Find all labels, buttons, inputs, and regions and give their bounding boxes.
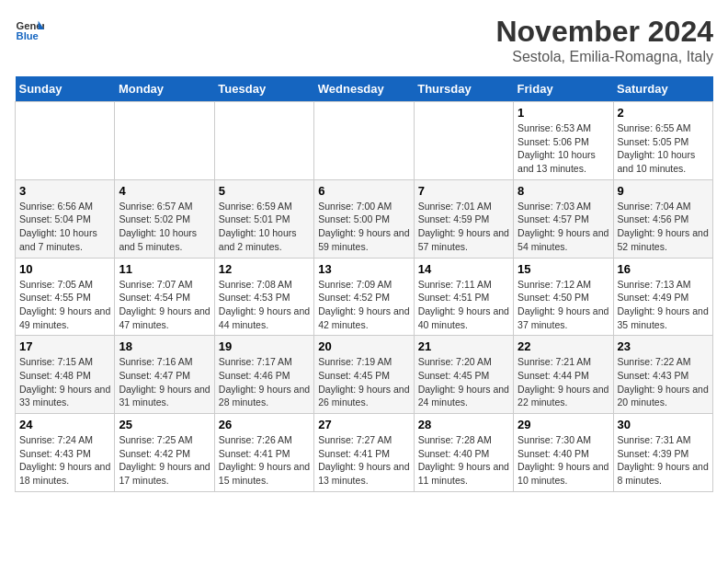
month-title: November 2024 <box>495 15 713 49</box>
day-info: Sunrise: 7:11 AM Sunset: 4:51 PM Dayligh… <box>418 278 509 332</box>
day-number: 6 <box>318 184 409 198</box>
day-info: Sunrise: 7:08 AM Sunset: 4:53 PM Dayligh… <box>219 278 310 332</box>
day-info: Sunrise: 7:12 AM Sunset: 4:50 PM Dayligh… <box>518 278 609 332</box>
day-info: Sunrise: 7:21 AM Sunset: 4:44 PM Dayligh… <box>518 355 609 409</box>
calendar-week-row: 10Sunrise: 7:05 AM Sunset: 4:55 PM Dayli… <box>16 258 713 336</box>
weekday-header: Friday <box>514 76 613 102</box>
day-info: Sunrise: 6:56 AM Sunset: 5:04 PM Dayligh… <box>19 200 110 254</box>
day-number: 1 <box>518 106 609 120</box>
day-number: 4 <box>119 184 210 198</box>
day-number: 21 <box>418 339 509 353</box>
day-info: Sunrise: 7:05 AM Sunset: 4:55 PM Dayligh… <box>19 278 110 332</box>
day-info: Sunrise: 7:24 AM Sunset: 4:43 PM Dayligh… <box>19 433 110 488</box>
weekday-header: Wednesday <box>314 76 414 102</box>
day-number: 11 <box>119 262 210 276</box>
day-number: 25 <box>119 418 210 431</box>
calendar-cell: 4Sunrise: 6:57 AM Sunset: 5:02 PM Daylig… <box>115 179 214 258</box>
day-info: Sunrise: 7:01 AM Sunset: 4:59 PM Dayligh… <box>418 200 509 254</box>
day-info: Sunrise: 7:20 AM Sunset: 4:45 PM Dayligh… <box>418 355 509 409</box>
calendar-cell: 24Sunrise: 7:24 AM Sunset: 4:43 PM Dayli… <box>16 414 115 492</box>
day-number: 22 <box>518 339 609 353</box>
day-number: 14 <box>418 262 509 276</box>
day-info: Sunrise: 7:22 AM Sunset: 4:43 PM Dayligh… <box>618 355 709 409</box>
calendar-cell: 17Sunrise: 7:15 AM Sunset: 4:48 PM Dayli… <box>16 336 115 414</box>
weekday-header: Thursday <box>414 76 513 102</box>
day-number: 7 <box>418 184 509 198</box>
day-info: Sunrise: 6:53 AM Sunset: 5:06 PM Dayligh… <box>518 121 609 176</box>
calendar-cell: 9Sunrise: 7:04 AM Sunset: 4:56 PM Daylig… <box>613 179 712 258</box>
day-info: Sunrise: 7:09 AM Sunset: 4:52 PM Dayligh… <box>318 278 409 332</box>
day-info: Sunrise: 7:13 AM Sunset: 4:49 PM Dayligh… <box>618 278 709 332</box>
calendar-cell: 12Sunrise: 7:08 AM Sunset: 4:53 PM Dayli… <box>214 258 313 336</box>
day-number: 13 <box>318 262 409 276</box>
day-info: Sunrise: 7:25 AM Sunset: 4:42 PM Dayligh… <box>119 433 210 488</box>
day-number: 8 <box>518 184 609 198</box>
calendar-cell: 28Sunrise: 7:28 AM Sunset: 4:40 PM Dayli… <box>414 414 513 492</box>
day-number: 3 <box>19 184 110 198</box>
day-number: 30 <box>618 418 709 431</box>
day-info: Sunrise: 6:57 AM Sunset: 5:02 PM Dayligh… <box>119 200 210 254</box>
calendar-cell <box>414 102 513 180</box>
calendar-cell: 23Sunrise: 7:22 AM Sunset: 4:43 PM Dayli… <box>613 336 712 414</box>
calendar-cell: 15Sunrise: 7:12 AM Sunset: 4:50 PM Dayli… <box>514 258 613 336</box>
day-info: Sunrise: 6:55 AM Sunset: 5:05 PM Dayligh… <box>618 121 709 176</box>
day-number: 23 <box>618 339 709 353</box>
page-header: General Blue November 2024 Sestola, Emil… <box>15 15 713 65</box>
weekday-header: Monday <box>115 76 214 102</box>
day-number: 24 <box>19 418 110 431</box>
day-info: Sunrise: 7:17 AM Sunset: 4:46 PM Dayligh… <box>219 355 310 409</box>
calendar-cell: 3Sunrise: 6:56 AM Sunset: 5:04 PM Daylig… <box>16 179 115 258</box>
day-info: Sunrise: 7:19 AM Sunset: 4:45 PM Dayligh… <box>318 355 409 409</box>
calendar-cell: 22Sunrise: 7:21 AM Sunset: 4:44 PM Dayli… <box>514 336 613 414</box>
location-title: Sestola, Emilia-Romagna, Italy <box>495 49 713 65</box>
weekday-header: Saturday <box>613 76 712 102</box>
day-info: Sunrise: 7:27 AM Sunset: 4:41 PM Dayligh… <box>318 433 409 488</box>
calendar-cell: 19Sunrise: 7:17 AM Sunset: 4:46 PM Dayli… <box>214 336 313 414</box>
day-info: Sunrise: 7:03 AM Sunset: 4:57 PM Dayligh… <box>518 200 609 254</box>
title-area: November 2024 Sestola, Emilia-Romagna, I… <box>495 15 713 65</box>
day-info: Sunrise: 7:26 AM Sunset: 4:41 PM Dayligh… <box>219 433 310 488</box>
day-info: Sunrise: 7:30 AM Sunset: 4:40 PM Dayligh… <box>518 433 609 488</box>
calendar-cell: 8Sunrise: 7:03 AM Sunset: 4:57 PM Daylig… <box>514 179 613 258</box>
logo-icon: General Blue <box>15 15 44 44</box>
calendar-cell: 20Sunrise: 7:19 AM Sunset: 4:45 PM Dayli… <box>314 336 414 414</box>
day-number: 17 <box>19 339 110 353</box>
day-info: Sunrise: 7:15 AM Sunset: 4:48 PM Dayligh… <box>19 355 110 409</box>
weekday-header: Sunday <box>16 76 115 102</box>
calendar-cell <box>214 102 313 180</box>
day-number: 26 <box>219 418 310 431</box>
day-number: 15 <box>518 262 609 276</box>
calendar-cell: 2Sunrise: 6:55 AM Sunset: 5:05 PM Daylig… <box>613 102 712 180</box>
day-number: 19 <box>219 339 310 353</box>
calendar-table: SundayMondayTuesdayWednesdayThursdayFrid… <box>15 76 713 492</box>
calendar-cell: 25Sunrise: 7:25 AM Sunset: 4:42 PM Dayli… <box>115 414 214 492</box>
calendar-cell: 7Sunrise: 7:01 AM Sunset: 4:59 PM Daylig… <box>414 179 513 258</box>
calendar-cell: 21Sunrise: 7:20 AM Sunset: 4:45 PM Dayli… <box>414 336 513 414</box>
day-info: Sunrise: 7:16 AM Sunset: 4:47 PM Dayligh… <box>119 355 210 409</box>
weekday-header: Tuesday <box>214 76 313 102</box>
weekday-header-row: SundayMondayTuesdayWednesdayThursdayFrid… <box>16 76 713 102</box>
logo: General Blue <box>15 15 48 44</box>
calendar-cell: 18Sunrise: 7:16 AM Sunset: 4:47 PM Dayli… <box>115 336 214 414</box>
calendar-cell <box>16 102 115 180</box>
day-number: 2 <box>618 106 709 120</box>
calendar-cell: 6Sunrise: 7:00 AM Sunset: 5:00 PM Daylig… <box>314 179 414 258</box>
day-info: Sunrise: 7:31 AM Sunset: 4:39 PM Dayligh… <box>618 433 709 488</box>
day-number: 27 <box>318 418 409 431</box>
calendar-week-row: 3Sunrise: 6:56 AM Sunset: 5:04 PM Daylig… <box>16 179 713 258</box>
day-info: Sunrise: 7:28 AM Sunset: 4:40 PM Dayligh… <box>418 433 509 488</box>
day-number: 20 <box>318 339 409 353</box>
day-info: Sunrise: 7:07 AM Sunset: 4:54 PM Dayligh… <box>119 278 210 332</box>
day-number: 16 <box>618 262 709 276</box>
calendar-cell: 27Sunrise: 7:27 AM Sunset: 4:41 PM Dayli… <box>314 414 414 492</box>
day-number: 29 <box>518 418 609 431</box>
day-info: Sunrise: 7:00 AM Sunset: 5:00 PM Dayligh… <box>318 200 409 254</box>
calendar-week-row: 1Sunrise: 6:53 AM Sunset: 5:06 PM Daylig… <box>16 102 713 180</box>
day-number: 12 <box>219 262 310 276</box>
day-number: 5 <box>219 184 310 198</box>
day-info: Sunrise: 6:59 AM Sunset: 5:01 PM Dayligh… <box>219 200 310 254</box>
calendar-week-row: 17Sunrise: 7:15 AM Sunset: 4:48 PM Dayli… <box>16 336 713 414</box>
calendar-cell: 5Sunrise: 6:59 AM Sunset: 5:01 PM Daylig… <box>214 179 313 258</box>
calendar-week-row: 24Sunrise: 7:24 AM Sunset: 4:43 PM Dayli… <box>16 414 713 492</box>
day-number: 18 <box>119 339 210 353</box>
